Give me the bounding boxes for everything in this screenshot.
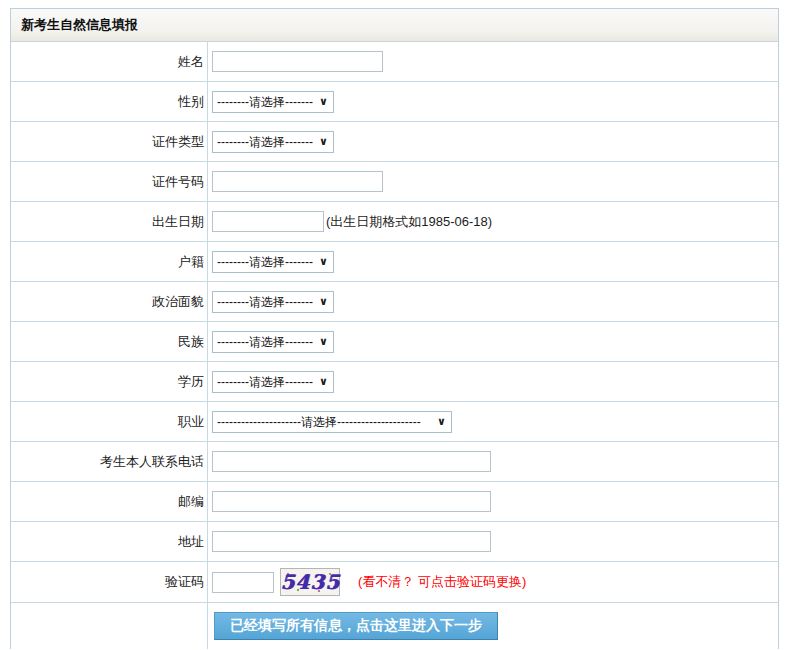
- registration-form-panel: 新考生自然信息填报 姓名 性别 --------请选择------- ∨ 证件类…: [10, 8, 779, 649]
- field-label: 学历: [11, 362, 208, 401]
- form-row-household: 户籍 --------请选择------- ∨: [11, 242, 778, 282]
- ethnicity-select[interactable]: --------请选择-------: [212, 331, 334, 353]
- political-status-select[interactable]: --------请选择-------: [212, 291, 334, 313]
- form-row-ethnicity: 民族 --------请选择------- ∨: [11, 322, 778, 362]
- captcha-code: 5435: [280, 570, 340, 594]
- field-label: 民族: [11, 322, 208, 361]
- field-label: 证件号码: [11, 162, 208, 201]
- field-label: 验证码: [11, 562, 208, 602]
- form-row-birthdate: 出生日期 (出生日期格式如1985-06-18): [11, 202, 778, 242]
- field-label: 政治面貌: [11, 282, 208, 321]
- birthdate-input[interactable]: [212, 211, 324, 232]
- field-label: 姓名: [11, 42, 208, 81]
- gender-select[interactable]: --------请选择-------: [212, 91, 334, 113]
- postcode-input[interactable]: [212, 491, 491, 512]
- form-row-id-type: 证件类型 --------请选择------- ∨: [11, 122, 778, 162]
- captcha-refresh-note: (看不清？ 可点击验证码更换): [358, 573, 526, 591]
- form-row-id-number: 证件号码: [11, 162, 778, 202]
- id-number-input[interactable]: [212, 171, 383, 192]
- name-input[interactable]: [212, 51, 383, 72]
- field-label: 出生日期: [11, 202, 208, 241]
- address-input[interactable]: [212, 531, 491, 552]
- captcha-input[interactable]: [212, 572, 274, 593]
- form-row-education: 学历 --------请选择------- ∨: [11, 362, 778, 402]
- panel-header: 新考生自然信息填报: [11, 9, 778, 42]
- id-type-select[interactable]: --------请选择-------: [212, 131, 334, 153]
- form-row-political-status: 政治面貌 --------请选择------- ∨: [11, 282, 778, 322]
- field-label: 考生本人联系电话: [11, 442, 208, 481]
- form-row-submit: 已经填写所有信息，点击这里进入下一步: [11, 603, 778, 649]
- empty-label-cell: [11, 603, 208, 649]
- field-label: 证件类型: [11, 122, 208, 161]
- form-row-address: 地址: [11, 522, 778, 562]
- form-row-postcode: 邮编: [11, 482, 778, 522]
- field-label: 邮编: [11, 482, 208, 521]
- form-row-gender: 性别 --------请选择------- ∨: [11, 82, 778, 122]
- captcha-image[interactable]: 5435: [280, 568, 340, 596]
- education-select[interactable]: --------请选择-------: [212, 371, 334, 393]
- field-label: 职业: [11, 402, 208, 441]
- submit-button[interactable]: 已经填写所有信息，点击这里进入下一步: [214, 612, 498, 640]
- field-label: 性别: [11, 82, 208, 121]
- occupation-select[interactable]: ---------------------请选择----------------…: [212, 411, 452, 433]
- form-row-phone: 考生本人联系电话: [11, 442, 778, 482]
- page-title: 新考生自然信息填报: [21, 16, 138, 34]
- form-row-captcha: 验证码 5435 (看不清？ 可点击验证码更换): [11, 562, 778, 603]
- birthdate-format-note: (出生日期格式如1985-06-18): [326, 213, 492, 231]
- field-label: 地址: [11, 522, 208, 561]
- field-label: 户籍: [11, 242, 208, 281]
- phone-input[interactable]: [212, 451, 491, 472]
- form-row-occupation: 职业 ---------------------请选择-------------…: [11, 402, 778, 442]
- household-select[interactable]: --------请选择-------: [212, 251, 334, 273]
- form-row-name: 姓名: [11, 42, 778, 82]
